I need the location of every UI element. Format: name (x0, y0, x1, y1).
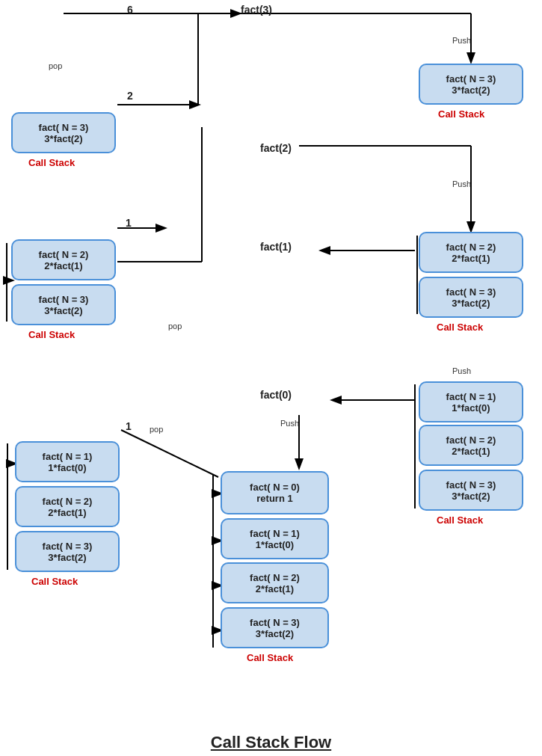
label-push-2: Push (452, 179, 471, 188)
label-push-3: Push (452, 366, 471, 375)
label-fact1: fact(1) (260, 241, 292, 253)
stack-center-1: fact( N = 1)1*fact(0) (221, 518, 329, 559)
cs-label-mid-right: Call Stack (437, 322, 483, 333)
label-pop-2: pop (168, 322, 182, 331)
label-pop-1: pop (49, 61, 62, 70)
cs-label-top-left: Call Stack (28, 157, 75, 168)
stack-bot-right-1: fact( N = 1)1*fact(0) (419, 381, 523, 422)
stack-bot-right-3: fact( N = 3)3*fact(2) (419, 470, 523, 511)
label-2: 2 (127, 90, 133, 102)
stack-bot-left-3: fact( N = 3)3*fact(2) (15, 531, 120, 572)
label-fact0: fact(0) (260, 389, 292, 401)
cs-label-bot-left: Call Stack (31, 576, 78, 587)
svg-line-20 (121, 430, 218, 477)
stack-bot-left-1: fact( N = 1)1*fact(0) (15, 441, 120, 482)
label-fact3: fact(3) (241, 4, 272, 16)
label-push-1: Push (452, 36, 471, 45)
label-fact2: fact(2) (260, 142, 292, 154)
stack-mid-right-bot: fact( N = 3)3*fact(2) (419, 277, 523, 318)
stack-top-left: fact( N = 3)3*fact(2) (11, 112, 116, 153)
label-1-top: 1 (126, 217, 132, 229)
stack-mid-right-top: fact( N = 2)2*fact(1) (419, 232, 523, 273)
cs-label-mid-left: Call Stack (28, 329, 75, 340)
stack-center-3: fact( N = 3)3*fact(2) (221, 607, 329, 648)
stack-center-2: fact( N = 2)2*fact(1) (221, 562, 329, 603)
label-pop-3: pop (150, 425, 163, 434)
label-push-4: Push (280, 419, 299, 428)
label-1-bot: 1 (126, 420, 132, 432)
cs-label-top-right: Call Stack (438, 108, 484, 120)
cs-label-bot-right: Call Stack (437, 514, 483, 526)
stack-bot-right-2: fact( N = 2)2*fact(1) (419, 425, 523, 466)
stack-mid-left-top: fact( N = 2)2*fact(1) (11, 239, 116, 280)
stack-mid-left-bot: fact( N = 3)3*fact(2) (11, 284, 116, 325)
label-6: 6 (127, 4, 133, 16)
stack-bot-left-2: fact( N = 2)2*fact(1) (15, 486, 120, 527)
page-title: Call Stack Flow (211, 733, 331, 752)
stack-center-0: fact( N = 0)return 1 (221, 471, 329, 514)
cs-label-center: Call Stack (247, 652, 293, 663)
diagram: 6 fact(3) Push pop 2 fact(2) Push 1 pop … (0, 0, 542, 756)
stack-top-right: fact( N = 3)3*fact(2) (419, 64, 523, 105)
